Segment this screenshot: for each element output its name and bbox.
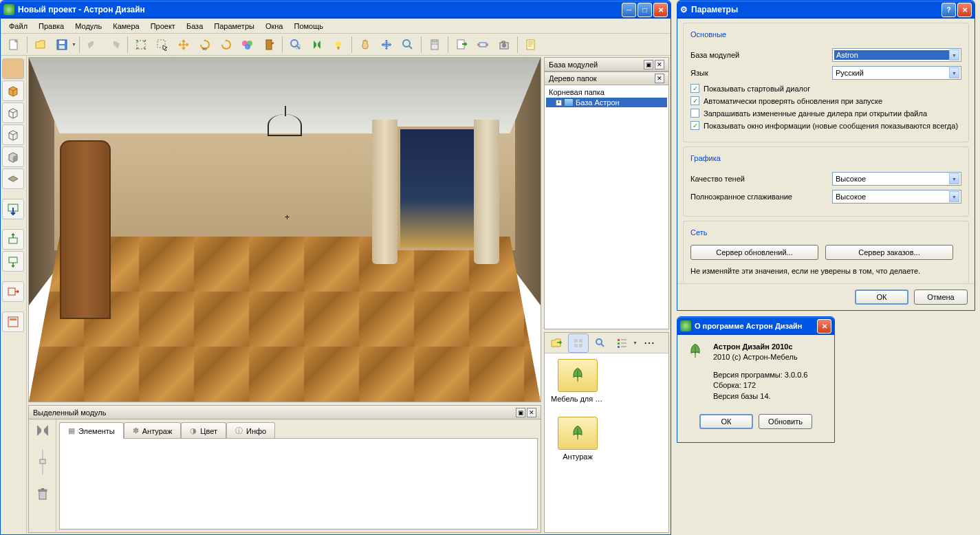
language-select[interactable]: Русский▼	[832, 66, 961, 80]
tab-decor[interactable]: ✽Антураж	[124, 422, 182, 439]
minimize-button[interactable]: ─	[622, 3, 636, 17]
view-dropdown-icon[interactable]: ▼	[633, 340, 638, 345]
rotate-button[interactable]	[216, 35, 237, 54]
tab-content-area	[59, 438, 538, 529]
rotate-90-button[interactable]: 90	[195, 35, 215, 54]
box-up-button[interactable]	[2, 229, 24, 250]
box-detail-button[interactable]	[2, 312, 24, 332]
flip-tool-icon[interactable]	[35, 424, 50, 437]
redo-button[interactable]	[104, 35, 124, 54]
maximize-button[interactable]: □	[638, 3, 652, 17]
menu-params[interactable]: Параметры	[208, 20, 260, 32]
expand-icon[interactable]: +	[556, 100, 562, 106]
undo-button[interactable]	[83, 35, 103, 54]
auto-update-checkbox[interactable]: ✓	[690, 96, 699, 105]
auto-update-label: Автоматически проверять обновления при з…	[704, 97, 882, 105]
more-button[interactable]: ⋯	[639, 334, 660, 353]
show-info-checkbox[interactable]: ✓	[690, 121, 699, 130]
box-right-button[interactable]	[2, 281, 24, 302]
menu-windows[interactable]: Окна	[260, 20, 289, 32]
report-button[interactable]	[521, 35, 541, 54]
zoom-select-button[interactable]	[285, 35, 306, 54]
update-server-button[interactable]: Сервер обновлений...	[690, 245, 818, 260]
close-button[interactable]: ✕	[957, 3, 972, 17]
pan-button[interactable]	[355, 35, 375, 54]
shadow-quality-select[interactable]: Высокое▼	[832, 172, 961, 186]
svg-rect-25	[502, 41, 505, 43]
3d-viewport[interactable]: +	[28, 57, 541, 402]
panel-close-button[interactable]: ✕	[527, 408, 536, 417]
orbit-button[interactable]	[376, 35, 397, 54]
main-titlebar[interactable]: Новый проект - Астрон Дизайн ─ □ ✕	[1, 1, 671, 19]
zoom-button[interactable]	[398, 35, 418, 54]
show-start-checkbox[interactable]: ✓	[690, 84, 699, 93]
fsaa-select[interactable]: Высокое▼	[832, 190, 961, 204]
cancel-button[interactable]: Отмена	[914, 290, 968, 305]
build-text: Сборка: 172	[713, 380, 807, 391]
floor-button[interactable]	[2, 168, 24, 189]
ask-dealer-checkbox[interactable]	[690, 109, 699, 118]
move-button[interactable]	[173, 35, 194, 54]
tree-root-label: Корневая папка	[546, 87, 667, 98]
cube-wire-button[interactable]	[2, 102, 24, 123]
panel-close-button[interactable]: ✕	[655, 60, 664, 69]
open-folder-button[interactable]	[546, 334, 567, 353]
cube-solid-button[interactable]	[2, 80, 24, 101]
select-button[interactable]	[152, 35, 173, 54]
box-down-button[interactable]	[2, 251, 24, 272]
panel-close-button[interactable]: ✕	[655, 74, 664, 83]
cube-hidden-button[interactable]	[2, 124, 24, 145]
ok-button[interactable]: ОК	[855, 290, 908, 305]
fit-view-button[interactable]	[131, 35, 151, 54]
trash-icon[interactable]	[36, 487, 49, 501]
tab-elements[interactable]: ▦Элементы	[59, 422, 124, 439]
ok-button[interactable]: ОК	[699, 414, 753, 429]
language-label: Язык	[690, 69, 827, 77]
tab-info[interactable]: ⓘИнфо	[226, 422, 275, 439]
orders-server-button[interactable]: Сервер заказов...	[825, 245, 953, 260]
panel-undock-button[interactable]: ▣	[516, 408, 525, 417]
door-button[interactable]	[259, 35, 279, 54]
menu-file[interactable]: Файл	[3, 20, 33, 32]
save-button[interactable]	[52, 35, 72, 54]
product-name: Астрон Дизайн 2010c	[713, 342, 807, 352]
close-button[interactable]: ✕	[817, 319, 831, 334]
light-button[interactable]	[328, 35, 349, 54]
menu-camera[interactable]: Камера	[107, 20, 144, 32]
update-button[interactable]: Обновить	[759, 414, 812, 429]
search-button[interactable]	[590, 334, 611, 353]
scene-door	[60, 140, 111, 319]
save-dropdown-icon[interactable]: ▼	[72, 42, 76, 47]
calculator-button[interactable]	[424, 35, 445, 54]
menu-module[interactable]: Модуль	[69, 20, 107, 32]
open-button[interactable]	[30, 35, 51, 54]
new-file-button[interactable]	[3, 35, 24, 54]
thumb-furniture[interactable]: Мебель для д...	[550, 359, 605, 403]
material-flat-button[interactable]	[2, 58, 24, 79]
tree-item-astron[interactable]: + База Астрон	[546, 98, 667, 107]
menu-help[interactable]: Помощь	[288, 20, 329, 32]
mirror-button[interactable]	[307, 35, 327, 54]
menu-base[interactable]: База	[181, 20, 208, 32]
thumb-decor[interactable]: Антураж	[550, 417, 605, 461]
about-titlebar[interactable]: О программе Астрон Дизайн ✕	[677, 317, 834, 335]
tab-color[interactable]: ◑Цвет	[181, 422, 226, 439]
slider-icon[interactable]	[37, 448, 48, 476]
dimensions-button[interactable]	[472, 35, 493, 54]
module-base-select[interactable]: Astron▼	[832, 48, 961, 62]
cube-shade-button[interactable]	[2, 146, 24, 167]
menu-project[interactable]: Проект	[145, 20, 181, 32]
camera-button[interactable]	[494, 35, 514, 54]
help-button[interactable]: ?	[941, 3, 956, 17]
view-large-button[interactable]	[568, 334, 589, 353]
import-arrow-button[interactable]	[2, 199, 24, 219]
color-wheel-button[interactable]	[237, 35, 258, 54]
panel-undock-button[interactable]: ▣	[644, 60, 653, 69]
params-titlebar[interactable]: ⚙ Параметры ? ✕	[677, 1, 974, 19]
menu-edit[interactable]: Правка	[33, 20, 69, 32]
close-button[interactable]: ✕	[653, 3, 668, 17]
view-list-button[interactable]	[612, 334, 633, 353]
export-button[interactable]	[451, 35, 472, 54]
folder-icon	[564, 98, 574, 107]
folder-tree[interactable]: Корневая папка + База Астрон	[545, 85, 668, 329]
